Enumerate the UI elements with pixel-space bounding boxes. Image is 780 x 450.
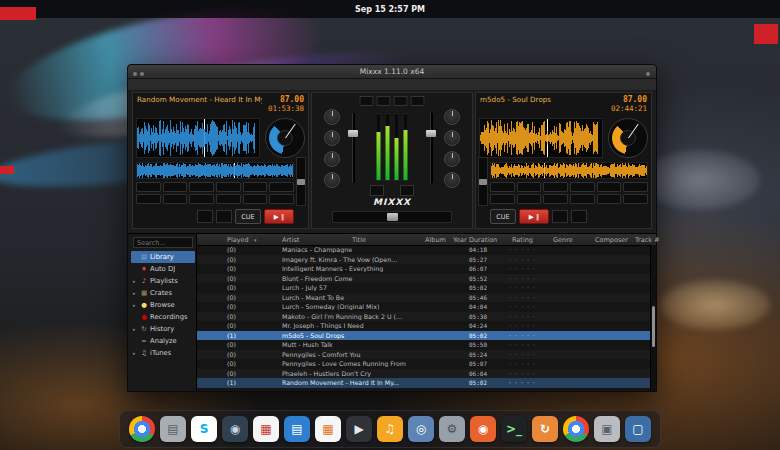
dock-icon[interactable]: ◉ <box>470 416 496 442</box>
deck-left-overview-waveform[interactable] <box>136 162 294 179</box>
dock-icon[interactable]: ♫ <box>377 416 403 442</box>
sidebar-item[interactable]: ▸ ♪ Playlists <box>131 275 195 287</box>
eq-low-knob[interactable] <box>324 172 340 188</box>
deck-left-spinny-vinyl[interactable] <box>265 118 305 158</box>
deck-right-spinny-vinyl[interactable] <box>608 118 648 158</box>
deck-right-waveform[interactable] <box>479 118 603 158</box>
maximize-icon[interactable] <box>646 72 650 76</box>
table-row[interactable]: (0) Intelligent Manners - Everything 06:… <box>197 264 651 274</box>
scrollbar-thumb[interactable] <box>652 306 655 347</box>
sync-button[interactable] <box>552 210 568 223</box>
titlebar[interactable]: Mixxx 1.11.0 x64 <box>128 65 656 79</box>
dock-icon[interactable]: S <box>191 416 217 442</box>
cell-rating[interactable]: · · · · · <box>509 265 536 272</box>
window-controls-left[interactable] <box>133 69 147 78</box>
mic-button[interactable] <box>360 96 374 106</box>
cell-rating[interactable]: · · · · · <box>509 275 536 282</box>
keylock-button[interactable] <box>570 194 595 204</box>
sidebar-item[interactable]: ▸ ● Browse <box>131 299 195 311</box>
eq-high-knob[interactable] <box>444 130 460 146</box>
dock-icon[interactable]: ◎ <box>408 416 434 442</box>
loop-double-button[interactable] <box>163 194 188 204</box>
table-row[interactable]: (1) Random Movement - Heard It In My... … <box>197 378 651 388</box>
table-row[interactable]: (1) m5do5 - Soul Drops 05:02 · · · · · <box>197 331 651 341</box>
sidebar-item[interactable]: ≈ Analyze <box>131 335 195 347</box>
reloop-button[interactable] <box>543 194 568 204</box>
deck-right-play-button[interactable]: ▶ ‖ <box>519 209 549 224</box>
quantize-button[interactable] <box>597 194 622 204</box>
hotcue-2-button[interactable] <box>517 182 542 192</box>
sidebar-item[interactable]: ▸ ▦ Crates <box>131 287 195 299</box>
dock-icon[interactable]: ▦ <box>253 416 279 442</box>
dock-icon[interactable] <box>129 416 155 442</box>
table-row[interactable]: (0) Pennygiles - Comfort You 05:24 · · ·… <box>197 350 651 360</box>
deck-left-pitch-slider[interactable] <box>296 157 306 206</box>
pitch-handle[interactable] <box>297 179 305 185</box>
repeat-button[interactable] <box>269 194 294 204</box>
sidebar-item[interactable]: ♦ Auto DJ <box>131 263 195 275</box>
dock-icon[interactable]: ▣ <box>594 416 620 442</box>
expander-icon[interactable]: ▸ <box>133 350 138 356</box>
table-scrollbar[interactable] <box>650 245 656 391</box>
gain-knob[interactable] <box>324 109 340 125</box>
dock-icon[interactable]: ▦ <box>315 416 341 442</box>
reloop-button[interactable] <box>189 194 214 204</box>
expander-icon[interactable]: ▸ <box>133 290 138 296</box>
window-controls-right[interactable] <box>646 69 653 78</box>
column-header-played[interactable]: Played <box>227 236 249 244</box>
table-row[interactable]: (0) Imagery ft. Kimra - The Vow (Open...… <box>197 255 651 265</box>
sidebar-item[interactable]: ▸ ♫ iTunes <box>131 347 195 359</box>
deck-left-cue-button[interactable]: CUE <box>235 209 261 224</box>
loop-out-button[interactable] <box>269 182 294 192</box>
table-row[interactable]: (0) Makoto - Girl I'm Running Back 2 U (… <box>197 312 651 322</box>
expander-icon[interactable]: ▸ <box>133 302 138 308</box>
column-header-album[interactable]: Album <box>425 236 446 244</box>
sync-button[interactable] <box>216 210 232 223</box>
repeat-button[interactable] <box>623 194 648 204</box>
eq-high-knob[interactable] <box>324 130 340 146</box>
split-cue-button[interactable] <box>411 96 425 106</box>
deck-right-cue-button[interactable]: CUE <box>490 209 516 224</box>
cell-rating[interactable]: · · · · · <box>509 351 536 358</box>
cell-rating[interactable]: · · · · · <box>509 284 536 291</box>
pitch-handle[interactable] <box>479 179 487 185</box>
reverse-button[interactable] <box>197 210 213 223</box>
column-header-genre[interactable]: Genre <box>553 236 573 244</box>
expander-icon[interactable]: ▸ <box>133 278 138 284</box>
dock-icon[interactable]: ↻ <box>532 416 558 442</box>
dock-icon[interactable]: ▢ <box>625 416 651 442</box>
cell-rating[interactable]: · · · · · <box>509 332 536 339</box>
cell-rating[interactable]: · · · · · <box>509 303 536 310</box>
loop-out-button[interactable] <box>623 182 648 192</box>
hotcue-3-button[interactable] <box>189 182 214 192</box>
close-icon[interactable] <box>133 72 137 76</box>
loop-halve-button[interactable] <box>490 194 515 204</box>
deck-left-waveform[interactable] <box>136 118 260 158</box>
table-row[interactable]: (0) Mr. Joseph - Things I Need 04:24 · ·… <box>197 321 651 331</box>
hotcue-4-button[interactable] <box>216 182 241 192</box>
channel1-fader[interactable] <box>348 113 358 183</box>
hotcue-1-button[interactable] <box>136 182 161 192</box>
table-row[interactable]: (0) Mutt - Hush Talk 05:50 · · · · · <box>197 340 651 350</box>
cell-rating[interactable]: · · · · · <box>509 379 536 386</box>
hotcue-3-button[interactable] <box>543 182 568 192</box>
table-row[interactable]: (0) Phaeleh - Hustlers Don't Cry 06:04 ·… <box>197 369 651 379</box>
dock-icon[interactable]: ▶ <box>346 416 372 442</box>
quantize-button[interactable] <box>243 194 268 204</box>
headphone-cue-2-button[interactable] <box>400 185 414 196</box>
eq-low-knob[interactable] <box>444 172 460 188</box>
sidebar-item[interactable]: ● Recordings <box>131 311 195 323</box>
deck-left-play-button[interactable]: ▶ ‖ <box>264 209 294 224</box>
dock-icon[interactable] <box>563 416 589 442</box>
table-row[interactable]: (0) Maniacs - Champagne 04:18 · · · · · <box>197 245 651 255</box>
fader-handle[interactable] <box>348 130 358 137</box>
cell-rating[interactable]: · · · · · <box>509 370 536 377</box>
aux-button[interactable] <box>377 96 391 106</box>
dock-icon[interactable]: ▤ <box>284 416 310 442</box>
channel2-fader[interactable] <box>426 113 436 183</box>
cell-rating[interactable]: · · · · · <box>509 322 536 329</box>
column-header-composer[interactable]: Composer <box>595 236 628 244</box>
cell-rating[interactable]: · · · · · <box>509 294 536 301</box>
loop-in-button[interactable] <box>243 182 268 192</box>
reverse-button[interactable] <box>571 210 587 223</box>
